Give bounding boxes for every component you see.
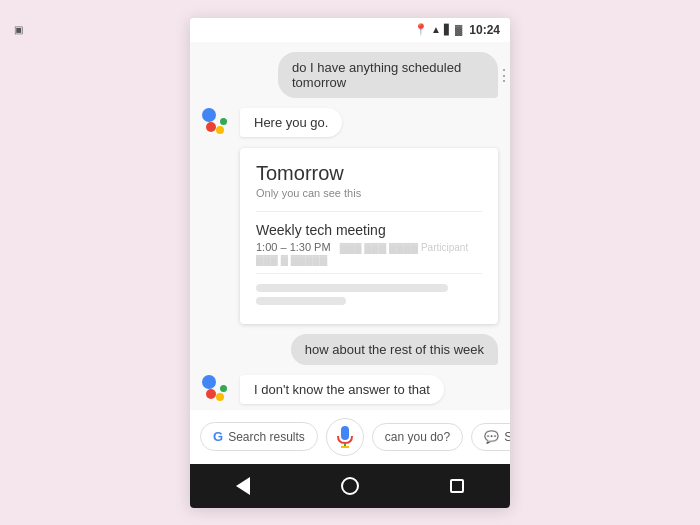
card-subtitle: Only you can see this — [256, 187, 482, 199]
back-icon — [236, 477, 250, 495]
user-message-1: do I have anything scheduled tomorrow ⋮ — [278, 52, 498, 98]
assistant-bubble-1: Here you go. — [240, 108, 342, 137]
event-item: Weekly tech meeting 1:00 – 1:30 PM ▓▓▓ ▓… — [256, 211, 482, 265]
event-title: Weekly tech meeting — [256, 222, 482, 238]
screenshot-background: ▣ 📍 ▲ ▋ ▓ 10:24 do I have anything sched… — [0, 0, 700, 525]
blur-line-1 — [256, 284, 448, 292]
event-time: 1:00 – 1:30 PM ▓▓▓ ▓▓▓ ▓▓▓▓ Participant … — [256, 241, 482, 265]
recents-icon — [450, 479, 464, 493]
dot-green-2 — [220, 385, 227, 392]
what-can-you-do-chip[interactable]: can you do? — [372, 423, 463, 451]
send-icon: 💬 — [484, 430, 499, 444]
assistant-avatar-2 — [202, 375, 232, 405]
dot-green — [220, 118, 227, 125]
phone-frame: ▣ 📍 ▲ ▋ ▓ 10:24 do I have anything sched… — [190, 18, 510, 508]
calendar-card: Tomorrow Only you can see this Weekly te… — [240, 148, 498, 324]
status-bar: ▣ 📍 ▲ ▋ ▓ 10:24 — [190, 18, 510, 42]
dot-red-2 — [206, 389, 216, 399]
assistant-avatar — [202, 108, 232, 138]
search-results-chip[interactable]: G Search results — [200, 422, 318, 451]
card-title: Tomorrow — [256, 162, 482, 185]
home-icon — [341, 477, 359, 495]
wifi-icon: ▲ — [431, 24, 441, 35]
user-message-1-container: do I have anything scheduled tomorrow ⋮ — [202, 52, 498, 98]
back-button[interactable] — [233, 476, 253, 496]
dot-yellow-2 — [216, 393, 224, 401]
battery-icon: ▓ — [455, 24, 462, 35]
user-message-2-container: how about the rest of this week — [202, 334, 498, 365]
blur-line-2 — [256, 297, 346, 305]
dot-yellow — [216, 126, 224, 134]
signal-icon: ▋ — [444, 24, 452, 35]
google-g-icon: G — [213, 429, 223, 444]
user-message-2: how about the rest of this week — [291, 334, 498, 365]
nav-bar — [190, 464, 510, 508]
status-icons: 📍 ▲ ▋ ▓ 10:24 — [414, 23, 500, 37]
more-options-icon[interactable]: ⋮ — [496, 65, 510, 84]
assistant-message-1-row: Here you go. — [202, 108, 498, 138]
location-icon: 📍 — [414, 23, 428, 36]
dot-blue — [202, 108, 216, 122]
assistant-message-2-row: I don't know the answer to that — [202, 375, 498, 405]
send-chip[interactable]: 💬 Send — [471, 423, 510, 451]
chat-area: do I have anything scheduled tomorrow ⋮ … — [190, 42, 510, 410]
blurred-event — [256, 273, 482, 305]
recents-button[interactable] — [447, 476, 467, 496]
assistant-bubble-2: I don't know the answer to that — [240, 375, 444, 404]
mic-button[interactable] — [326, 418, 364, 456]
dot-blue-2 — [202, 375, 216, 389]
suggestions-row: G Search results can you do? — [190, 410, 510, 464]
clock: 10:24 — [469, 23, 500, 37]
home-button[interactable] — [340, 476, 360, 496]
mic-icon — [336, 425, 354, 449]
svg-rect-0 — [341, 426, 349, 440]
dot-red — [206, 122, 216, 132]
